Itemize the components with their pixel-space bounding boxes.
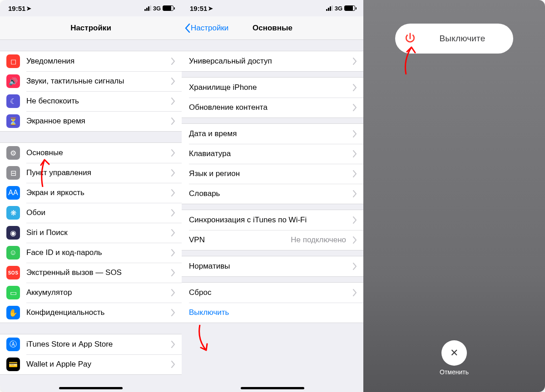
settings-row[interactable]: SOS Экстренный вызов — SOS	[0, 263, 182, 283]
settings-group: ◻︎ Уведомления 🔊 Звуки, тактильные сигна…	[0, 51, 182, 132]
settings-row[interactable]: ☾ Не беспокоить	[0, 91, 182, 111]
chevron-right-icon	[171, 189, 175, 196]
row-label: Аккумулятор	[26, 288, 72, 297]
chevron-right-icon	[171, 341, 175, 348]
settings-row[interactable]: Универсальный доступ	[182, 51, 363, 71]
settings-row[interactable]: Клавиатура	[182, 144, 363, 164]
settings-row[interactable]: Словарь	[182, 184, 363, 204]
chevron-right-icon	[352, 58, 357, 65]
row-label: Уведомления	[26, 57, 74, 66]
chevron-right-icon	[352, 170, 357, 177]
chevron-right-icon	[352, 216, 357, 224]
location-icon: ➤	[26, 5, 31, 12]
privacy-icon: ✋	[6, 306, 20, 319]
chevron-right-icon	[171, 149, 175, 157]
row-label: Нормативы	[189, 262, 230, 271]
sos-icon: SOS	[6, 266, 20, 279]
notifications-icon: ◻︎	[6, 54, 20, 68]
settings-row[interactable]: AA Экран и яркость	[0, 183, 182, 203]
signal-icon	[326, 5, 333, 11]
screentime-icon: ⏳	[6, 114, 20, 128]
status-time: 19:51	[190, 5, 207, 12]
row-label: Хранилище iPhone	[189, 83, 257, 92]
settings-row[interactable]: Выключить	[182, 303, 363, 323]
chevron-right-icon	[171, 78, 175, 85]
settings-list[interactable]: ◻︎ Уведомления 🔊 Звуки, тактильные сигна…	[0, 40, 182, 392]
row-label: Сброс	[189, 288, 211, 297]
settings-row[interactable]: Сброс	[182, 283, 363, 303]
row-label: Дата и время	[189, 129, 237, 138]
chevron-right-icon	[171, 169, 175, 176]
settings-group: ⚙︎ Основные ⊟ Пункт управления AA Экран …	[0, 142, 182, 323]
navbar: Настройки Основные	[182, 16, 363, 40]
settings-row[interactable]: ❋ Обои	[0, 203, 182, 223]
network-label: 3G	[153, 5, 161, 12]
screen-settings-root: 19:51 ➤ 3G Настройки ◻︎ Уведомления 🔊 Зв…	[0, 0, 182, 392]
home-indicator[interactable]	[241, 387, 304, 389]
battery-icon	[163, 5, 173, 11]
power-knob[interactable]	[396, 24, 424, 53]
slide-label: Выключите	[425, 34, 513, 44]
controlcenter-icon: ⊟	[6, 166, 20, 180]
row-value: Не подключено	[291, 235, 346, 245]
settings-row[interactable]: 💳 Wallet и Apple Pay	[0, 354, 182, 374]
row-label: VPN	[189, 235, 205, 245]
settings-row[interactable]: Дата и время	[182, 124, 363, 144]
status-time: 19:51	[8, 5, 25, 12]
display-icon: AA	[6, 186, 20, 200]
row-label: Не беспокоить	[26, 97, 79, 106]
sounds-icon: 🔊	[6, 74, 20, 88]
appstore-icon: Ⓐ	[6, 338, 20, 351]
settings-row[interactable]: ⊟ Пункт управления	[0, 163, 182, 183]
settings-row[interactable]: Язык и регион	[182, 164, 363, 184]
settings-group: Дата и время Клавиатура Язык и регион Сл…	[182, 123, 363, 204]
row-label: Звуки, тактильные сигналы	[26, 77, 124, 86]
chevron-right-icon	[171, 289, 175, 296]
page-title: Основные	[253, 24, 292, 33]
faceid-icon: ☺︎	[6, 246, 20, 260]
cancel-label: Отменить	[440, 368, 469, 376]
cancel-area: ✕ Отменить	[440, 340, 469, 376]
chevron-right-icon	[171, 98, 175, 105]
row-label: Экранное время	[26, 117, 85, 126]
signal-icon	[144, 5, 151, 11]
row-label: Выключить	[189, 308, 229, 317]
settings-row[interactable]: ✋ Конфиденциальность	[0, 303, 182, 323]
settings-row[interactable]: Ⓐ iTunes Store и App Store	[0, 334, 182, 354]
three-screens-composite: 19:51 ➤ 3G Настройки ◻︎ Уведомления 🔊 Зв…	[0, 0, 545, 392]
settings-row[interactable]: VPN Не подключено	[182, 230, 363, 250]
wallpaper-icon: ❋	[6, 206, 20, 220]
status-bar: 19:51 ➤ 3G	[182, 0, 363, 16]
row-label: Экран и яркость	[26, 188, 84, 197]
settings-row[interactable]: Синхронизация с iTunes по Wi-Fi	[182, 210, 363, 230]
power-icon	[403, 32, 417, 45]
settings-row[interactable]: Хранилище iPhone	[182, 78, 363, 98]
back-button[interactable]: Настройки	[184, 24, 228, 33]
row-label: iTunes Store и App Store	[26, 340, 113, 349]
row-label: Словарь	[189, 189, 220, 198]
chevron-right-icon	[352, 130, 357, 137]
settings-row[interactable]: ⏳ Экранное время	[0, 111, 182, 131]
chevron-right-icon	[171, 118, 175, 125]
dnd-icon: ☾	[6, 94, 20, 108]
chevron-right-icon	[352, 104, 357, 111]
settings-row[interactable]: Обновление контента	[182, 98, 363, 118]
settings-group: Сброс Выключить	[182, 282, 363, 323]
general-list[interactable]: Универсальный доступ Хранилище iPhone Об…	[182, 40, 363, 392]
settings-row[interactable]: Нормативы	[182, 256, 363, 276]
home-indicator[interactable]	[59, 387, 123, 389]
general-icon: ⚙︎	[6, 146, 20, 160]
settings-row[interactable]: ◉ Siri и Поиск	[0, 223, 182, 243]
chevron-right-icon	[352, 190, 357, 197]
settings-row[interactable]: ▭ Аккумулятор	[0, 283, 182, 303]
cancel-button[interactable]: ✕	[441, 340, 467, 366]
slide-to-power-off[interactable]: Выключите	[395, 24, 513, 54]
settings-row[interactable]: ⚙︎ Основные	[0, 143, 182, 163]
location-icon: ➤	[208, 5, 213, 12]
row-label: Face ID и код-пароль	[26, 248, 102, 257]
settings-row[interactable]: ☺︎ Face ID и код-пароль	[0, 243, 182, 263]
page-title: Настройки	[70, 24, 111, 33]
battery-icon: ▭	[6, 286, 20, 299]
settings-row[interactable]: ◻︎ Уведомления	[0, 51, 182, 71]
settings-row[interactable]: 🔊 Звуки, тактильные сигналы	[0, 71, 182, 91]
